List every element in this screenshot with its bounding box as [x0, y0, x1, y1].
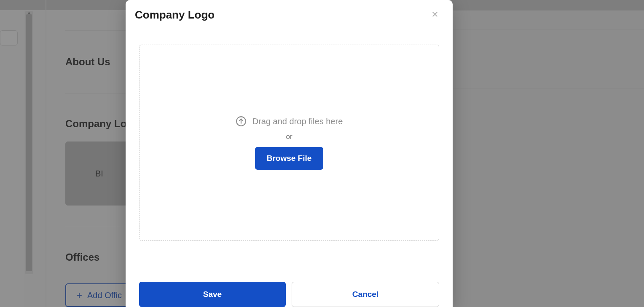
- modal-footer: Save Cancel: [126, 268, 453, 307]
- browse-file-button[interactable]: Browse File: [255, 147, 324, 170]
- file-dropzone[interactable]: Drag and drop files here or Browse File: [139, 45, 439, 241]
- upload-arrow-icon: [236, 116, 247, 127]
- save-button[interactable]: Save: [139, 282, 286, 307]
- company-logo-modal: Company Logo Drag and drop files here or…: [126, 0, 453, 307]
- dropzone-hint-row: Drag and drop files here: [236, 116, 343, 127]
- close-button[interactable]: [429, 9, 441, 21]
- modal-header: Company Logo: [126, 0, 453, 31]
- modal-body: Drag and drop files here or Browse File: [126, 31, 453, 268]
- modal-title: Company Logo: [135, 8, 215, 21]
- close-icon: [431, 11, 439, 19]
- dropzone-or-text: or: [286, 133, 292, 141]
- cancel-button[interactable]: Cancel: [292, 282, 439, 307]
- drag-drop-text: Drag and drop files here: [252, 117, 343, 126]
